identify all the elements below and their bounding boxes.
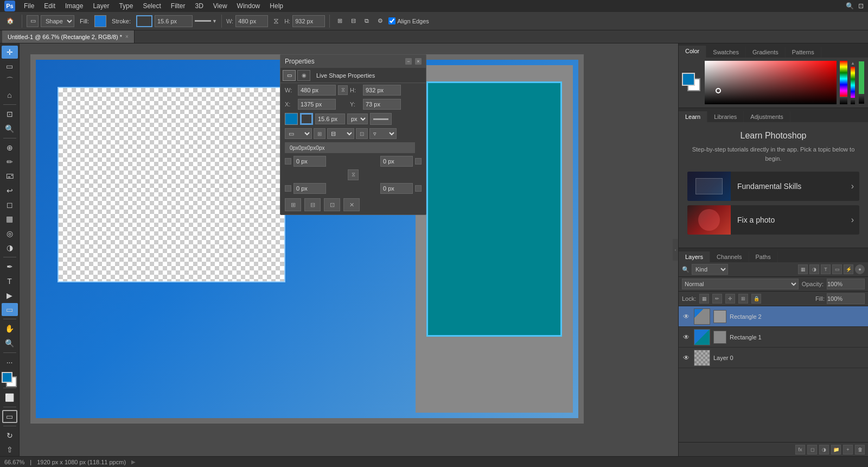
filter-type-icon[interactable]: T	[821, 264, 831, 274]
stroke-color-swatch[interactable]	[136, 15, 152, 27]
props-pad1-input[interactable]	[293, 156, 326, 167]
props-fill-swatch[interactable]	[285, 113, 298, 125]
more-tools-btn[interactable]: ···	[2, 356, 18, 369]
lasso-tool[interactable]: ⌒	[2, 74, 18, 87]
shape-select[interactable]: Shape Path Pixels	[41, 15, 74, 27]
menu-window[interactable]: Window	[233, 1, 265, 11]
props-stroke-unit-select[interactable]: px	[347, 113, 368, 124]
width-input[interactable]	[235, 15, 268, 27]
opacity-slider[interactable]	[840, 97, 847, 104]
share-btn[interactable]: ⇧	[2, 443, 18, 456]
rotate-view-btn[interactable]: ↻	[2, 429, 18, 442]
panel-collapse-handle[interactable]: ‹	[673, 239, 678, 261]
lock-draw-btn[interactable]: ✏	[712, 294, 722, 304]
rectangle-2-canvas[interactable]	[426, 81, 562, 337]
properties-tab-camera[interactable]: ◉	[297, 70, 310, 81]
props-pad4-checkbox[interactable]	[415, 185, 422, 192]
channels-tab[interactable]: Channels	[710, 251, 749, 262]
path-arrange-btn[interactable]: ⧉	[361, 16, 372, 26]
layers-tab[interactable]: Layers	[679, 251, 710, 262]
brush-tool[interactable]: ✏	[2, 155, 18, 168]
lock-all-btn[interactable]: 🔒	[751, 294, 761, 304]
menu-layer[interactable]: Layer	[88, 1, 113, 11]
layers-adjustment-btn[interactable]: ◑	[819, 445, 829, 455]
layer-visibility-layer0[interactable]: 👁	[682, 354, 691, 362]
layer-visibility-rectangle1[interactable]: 👁	[682, 333, 691, 342]
menu-help[interactable]: Help	[265, 1, 288, 11]
shape-tool[interactable]: ▭	[2, 303, 18, 316]
path-select-tool[interactable]: ▶	[2, 289, 18, 302]
lock-pixels-btn[interactable]: ▦	[699, 294, 709, 304]
paths-tab[interactable]: Paths	[749, 251, 778, 262]
menu-view[interactable]: View	[209, 1, 232, 11]
selection-tool[interactable]: ▭	[2, 60, 18, 73]
type-tool[interactable]: T	[2, 274, 18, 287]
swatches-tab[interactable]: Swatches	[706, 47, 746, 58]
document-tab[interactable]: Untitled-1 @ 66.7% (Rectangle 2, RGB/8) …	[2, 30, 135, 43]
layers-delete-btn[interactable]: 🗑	[855, 445, 865, 455]
history-brush-tool[interactable]: ↩	[2, 184, 18, 197]
menu-edit[interactable]: Edit	[40, 1, 60, 11]
panel-close-btn[interactable]: ×	[415, 58, 422, 65]
menu-3d[interactable]: 3D	[190, 1, 207, 11]
props-corner-type-select[interactable]: ▭	[285, 128, 312, 139]
menu-type[interactable]: Type	[114, 1, 137, 11]
panel-collapse-btn[interactable]: −	[405, 58, 412, 65]
hand-tool[interactable]: ✋	[2, 322, 18, 335]
foreground-color-swatch[interactable]	[2, 372, 12, 383]
props-stroke-swatch[interactable]	[300, 113, 313, 125]
crop-tool[interactable]: ⊡	[2, 108, 18, 121]
status-bar-arrow[interactable]: ▶	[131, 459, 136, 465]
eraser-tool[interactable]: ◻	[2, 198, 18, 211]
layers-fx-btn[interactable]: fx	[795, 445, 805, 455]
path-align-btn[interactable]: ⊟	[348, 16, 359, 26]
layer-item-rectangle1[interactable]: 👁 Rectangle 1	[679, 327, 868, 348]
menu-select[interactable]: Select	[138, 1, 165, 11]
healing-brush-tool[interactable]: ⊕	[2, 141, 18, 154]
props-corner-style-select[interactable]: ▿	[369, 128, 397, 139]
props-action-4-btn[interactable]: ✕	[343, 198, 360, 211]
align-edges-checkbox[interactable]	[388, 17, 395, 24]
props-action-1-btn[interactable]: ⊞	[285, 198, 301, 211]
stroke-style-arrow[interactable]: ▼	[212, 18, 217, 24]
props-pad1-checkbox[interactable]	[285, 158, 291, 165]
clone-stamp-tool[interactable]: 🖃	[2, 169, 18, 182]
layers-blend-mode-select[interactable]: Normal Dissolve Multiply	[682, 279, 799, 289]
eyedropper-tool[interactable]: 🔍	[2, 122, 18, 135]
opacity-bar-narrow[interactable]	[851, 99, 855, 104]
home-button[interactable]: 🏠	[3, 16, 17, 26]
settings-btn[interactable]: ⚙	[374, 16, 386, 26]
properties-tab-shape[interactable]: ▭	[283, 70, 296, 81]
filter-pixel-icon[interactable]: ▦	[798, 264, 808, 274]
filter-adjust-icon[interactable]: ◑	[809, 264, 819, 274]
fg-swatch[interactable]	[682, 73, 695, 86]
layers-kind-select[interactable]: Kind Name Effect Mode Attribute Color	[692, 264, 728, 275]
color-hue-strip[interactable]	[840, 61, 847, 104]
libraries-tab[interactable]: Libraries	[707, 111, 744, 122]
rectangle-1-canvas[interactable]	[58, 87, 285, 282]
learn-tab[interactable]: Learn	[679, 111, 707, 122]
fix-a-photo-card[interactable]: Fix a photo ›	[687, 205, 859, 235]
layer-item-rectangle2[interactable]: 👁 Rectangle 2	[679, 306, 868, 327]
zoom-tool[interactable]: 🔍	[2, 336, 18, 349]
menu-filter[interactable]: Filter	[167, 1, 190, 11]
props-pad3-input[interactable]	[293, 183, 326, 194]
props-align-h-btn[interactable]: ⊞	[314, 128, 326, 139]
link-dimensions-btn[interactable]: ⧖	[270, 15, 282, 27]
props-align-select[interactable]: ⊟	[327, 128, 354, 139]
filter-smart-icon[interactable]: ⚡	[844, 264, 853, 274]
lock-artboard-btn[interactable]: ⊞	[738, 294, 748, 304]
props-link-all-btn[interactable]: ⧖	[348, 169, 359, 180]
adjustments-tab[interactable]: Adjustments	[744, 111, 790, 122]
filter-toggle-icon[interactable]: ●	[855, 264, 865, 274]
props-x-input[interactable]	[298, 99, 336, 110]
gradients-tab[interactable]: Gradients	[746, 47, 786, 58]
props-height-input[interactable]	[363, 85, 401, 96]
properties-panel-header[interactable]: Properties − ×	[280, 55, 426, 68]
quick-select-tool[interactable]: ⌂	[2, 89, 18, 102]
props-width-input[interactable]	[298, 85, 336, 96]
stroke-size-input[interactable]	[155, 15, 193, 27]
align-edges-checkbox-group[interactable]: Align Edges	[388, 17, 429, 24]
layers-opacity-input[interactable]	[827, 279, 865, 289]
color-tab[interactable]: Color	[679, 46, 706, 58]
